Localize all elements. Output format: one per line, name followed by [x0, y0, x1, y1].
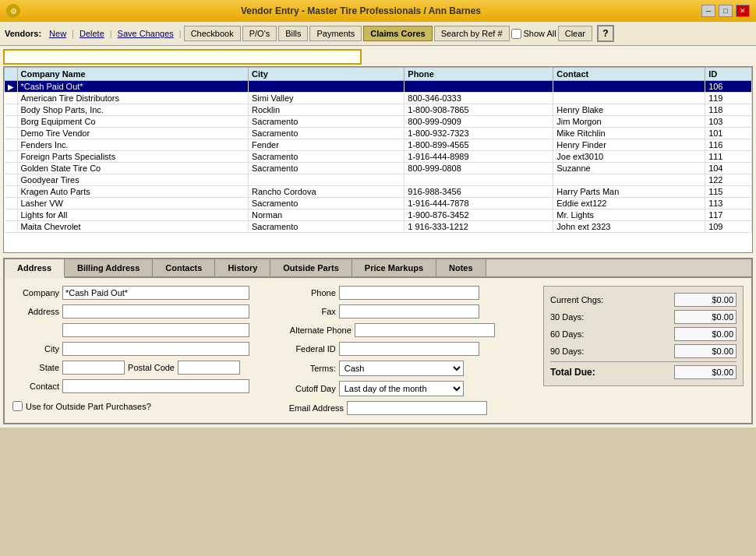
table-row[interactable]: ▶ *Cash Paid Out* 106	[5, 81, 752, 93]
close-button[interactable]: ✕	[736, 5, 750, 17]
contact-input[interactable]	[62, 379, 249, 393]
checkbook-button[interactable]: Checkbook	[184, 26, 241, 41]
cell-phone: 1 916-333-1212	[404, 221, 553, 233]
sixty-days-input[interactable]	[674, 327, 737, 341]
table-row[interactable]: Borg Equipment Co Sacramento 800-999-090…	[5, 116, 752, 128]
cell-id: 106	[705, 81, 752, 93]
tab-billing-address[interactable]: Billing Address	[65, 259, 153, 276]
cell-contact: John ext 2323	[553, 221, 705, 233]
search-ref-button[interactable]: Search by Ref #	[434, 26, 510, 41]
cell-company: Body Shop Parts, Inc.	[17, 104, 249, 116]
table-row[interactable]: Maita Chevrolet Sacramento 1 916-333-121…	[5, 221, 752, 233]
federal-id-input[interactable]	[339, 342, 479, 356]
cutoff-select[interactable]: Last day of the month 15th of the month …	[339, 381, 464, 396]
cell-id: 101	[705, 128, 752, 139]
terms-select[interactable]: Cash Net 30 Net 60 COD	[339, 361, 464, 376]
city-input[interactable]	[62, 342, 249, 356]
toolbar: Vendors: New | Delete | Save Changes | C…	[0, 22, 756, 46]
tab-contacts[interactable]: Contacts	[153, 259, 215, 276]
company-input[interactable]	[62, 286, 249, 300]
postal-input[interactable]	[178, 361, 240, 375]
col-company: Company Name	[17, 68, 249, 81]
cell-phone: 1-800-932-7323	[404, 128, 553, 139]
ninety-days-label: 90 Days:	[550, 347, 613, 356]
table-row[interactable]: Golden State Tire Co Sacramento 800-999-…	[5, 163, 752, 174]
cell-contact: Mr. Lights	[553, 209, 705, 221]
table-row[interactable]: Foreign Parts Specialists Sacramento 1-9…	[5, 151, 752, 163]
tab-outside-parts[interactable]: Outside Parts	[270, 259, 352, 276]
cell-company: Maita Chevrolet	[17, 221, 249, 233]
cell-company: Kragen Auto Parts	[17, 186, 249, 198]
fax-row: Fax	[289, 304, 534, 318]
cell-contact	[553, 174, 705, 186]
sixty-days-row: 60 Days:	[550, 327, 737, 341]
cell-city: Norman	[249, 209, 404, 221]
claims-cores-button[interactable]: Claims Cores	[363, 26, 432, 41]
cell-contact: Joe ext3010	[553, 151, 705, 163]
tab-notes[interactable]: Notes	[436, 259, 486, 276]
sixty-days-label: 60 Days:	[550, 329, 613, 339]
ninety-days-input[interactable]	[674, 344, 737, 358]
clear-button[interactable]: Clear	[558, 26, 592, 41]
cell-contact: Mike Ritchlin	[553, 128, 705, 139]
payments-button[interactable]: Payments	[309, 26, 362, 41]
bills-button[interactable]: Bills	[278, 26, 308, 41]
cell-id: 115	[705, 186, 752, 198]
phone-input[interactable]	[339, 286, 479, 300]
table-row[interactable]: Kragen Auto Parts Rancho Cordova 916-988…	[5, 186, 752, 198]
cell-company: Borg Equipment Co	[17, 116, 249, 128]
search-input[interactable]	[3, 49, 362, 65]
cell-city: Sacramento	[249, 151, 404, 163]
app-icon: ⚙	[6, 4, 20, 18]
cell-company: Lights for All	[17, 209, 249, 221]
new-button[interactable]: New	[46, 27, 69, 40]
tab-address[interactable]: Address	[5, 259, 65, 278]
table-row[interactable]: Lights for All Norman 1-900-876-3452 Mr.…	[5, 209, 752, 221]
cell-id: 111	[705, 151, 752, 163]
total-due-input[interactable]	[674, 365, 737, 379]
cell-phone: 800-346-0333	[404, 93, 553, 104]
table-row[interactable]: American Tire Distributors Simi Valley 8…	[5, 93, 752, 104]
state-input[interactable]	[62, 361, 125, 375]
address-line1-input[interactable]	[62, 304, 249, 318]
maximize-button[interactable]: □	[719, 5, 733, 17]
current-chgs-input[interactable]	[674, 293, 737, 307]
save-changes-button[interactable]: Save Changes	[115, 27, 177, 40]
tabs-container: AddressBilling AddressContactsHistoryOut…	[3, 258, 753, 424]
outside-parts-checkbox[interactable]	[12, 401, 23, 411]
alt-phone-input[interactable]	[355, 323, 495, 337]
cell-phone: 916-988-3456	[404, 186, 553, 198]
row-indicator	[5, 209, 18, 221]
current-chgs-row: Current Chgs:	[550, 293, 737, 307]
table-row[interactable]: Fenders Inc. Fender 1-800-899-4565 Henry…	[5, 139, 752, 151]
address-line2-input[interactable]	[62, 323, 249, 337]
thirty-days-row: 30 Days:	[550, 310, 737, 324]
thirty-days-input[interactable]	[674, 310, 737, 324]
cell-company: Fenders Inc.	[17, 139, 249, 151]
minimize-button[interactable]: ─	[701, 5, 715, 17]
tab-price-markups[interactable]: Price Markups	[352, 259, 436, 276]
email-input[interactable]	[347, 401, 487, 415]
thirty-days-label: 30 Days:	[550, 312, 613, 322]
show-all-checkbox[interactable]	[511, 29, 521, 39]
terms-row: Terms: Cash Net 30 Net 60 COD	[289, 361, 534, 376]
fax-input[interactable]	[339, 304, 479, 318]
table-row[interactable]: Demo Tire Vendor Sacramento 1-800-932-73…	[5, 128, 752, 139]
table-row[interactable]: Goodyear Tires 122	[5, 174, 752, 186]
delete-button[interactable]: Delete	[76, 27, 108, 40]
cell-phone: 1-916-444-7878	[404, 198, 553, 209]
cell-id: 118	[705, 104, 752, 116]
table-row[interactable]: Body Shop Parts, Inc. Rocklin 1-800-908-…	[5, 104, 752, 116]
cell-phone: 800-999-0808	[404, 163, 553, 174]
col-indicator	[5, 68, 18, 81]
po-button[interactable]: P/O's	[242, 26, 277, 41]
table-row[interactable]: Lasher VW Sacramento 1-916-444-7878 Eddi…	[5, 198, 752, 209]
total-due-row: Total Due:	[550, 361, 737, 379]
col-id: ID	[705, 68, 752, 81]
help-button[interactable]: ?	[597, 25, 614, 42]
cell-city: Sacramento	[249, 163, 404, 174]
cell-contact: Jim Morgon	[553, 116, 705, 128]
row-indicator	[5, 93, 18, 104]
tab-history[interactable]: History	[215, 259, 270, 276]
vendors-label: Vendors:	[5, 29, 41, 38]
